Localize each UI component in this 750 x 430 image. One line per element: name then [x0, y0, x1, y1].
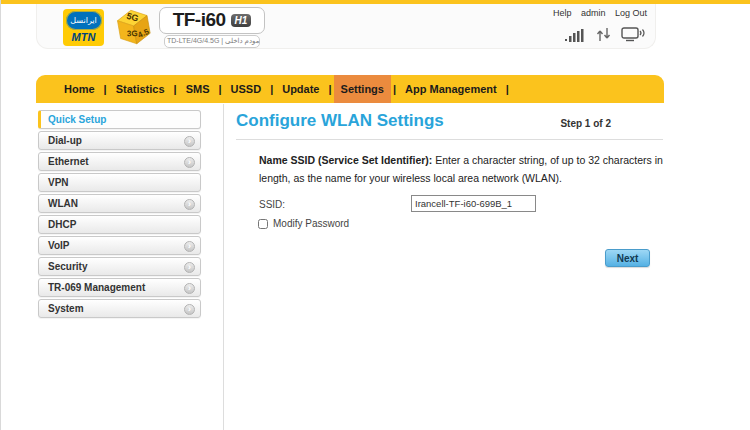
device-model-name: TF-i60 [173, 9, 226, 31]
sidebar-item-label: Security [48, 261, 87, 272]
nav-separator: | [102, 75, 109, 103]
nav: Home|Statistics|SMS|USSD|Update|Settings… [36, 75, 664, 103]
modify-password-checkbox[interactable] [258, 219, 268, 229]
sidebar-item-system[interactable]: System› [38, 299, 201, 318]
page-title: Configure WLAN Settings [236, 111, 444, 131]
connected-device-icon [621, 27, 645, 42]
ssid-label: SSID: [259, 199, 285, 210]
sidebar-item-quick-setup[interactable]: Quick Setup [38, 110, 201, 129]
sidebar-item-label: VoIP [48, 240, 69, 251]
header-links: Help admin Log Out [537, 8, 647, 18]
chevron-right-icon: › [184, 304, 195, 315]
traffic-updown-icon [596, 27, 612, 42]
nav-item-ussd[interactable]: USSD [224, 75, 269, 103]
device-hw-badge: H1 [231, 14, 252, 27]
nav-separator: | [216, 75, 223, 103]
chevron-right-icon: › [184, 283, 195, 294]
sidebar-item-label: VPN [48, 177, 69, 188]
svg-text:3G: 3G [127, 29, 138, 38]
device-model-block: TF-i60 H1 TD-LTE/4G/4.5G | مودم داخلی [159, 7, 265, 48]
signal-strength-icon [565, 28, 587, 42]
chevron-right-icon: › [184, 157, 195, 168]
sidebar-item-label: WLAN [48, 198, 78, 209]
nav-item-update[interactable]: Update [275, 75, 326, 103]
sidebar-item-dial-up[interactable]: Dial-up› [38, 131, 201, 150]
nav-item-statistics[interactable]: Statistics [109, 75, 172, 103]
mtn-wordmark: MTN [63, 30, 104, 45]
chevron-right-icon: › [184, 136, 195, 147]
sidebar-item-label: Quick Setup [48, 114, 106, 125]
sidebar-item-label: Dial-up [48, 135, 82, 146]
nav-separator: | [326, 75, 333, 103]
sidebar-item-tr-069-management[interactable]: TR-069 Management› [38, 278, 201, 297]
sidebar: Quick SetupDial-up›Ethernet›VPNWLAN›DHCP… [38, 110, 201, 320]
sidebar-item-voip[interactable]: VoIP› [38, 236, 201, 255]
nav-item-app-management[interactable]: App Management [398, 75, 504, 103]
logout-link[interactable]: Log Out [615, 8, 647, 18]
sidebar-item-ethernet[interactable]: Ethernet› [38, 152, 201, 171]
modify-password-label: Modify Password [273, 218, 349, 229]
device-subtitle: TD-LTE/4G/4.5G | مودم داخلی [164, 35, 260, 48]
chevron-right-icon: › [184, 241, 195, 252]
mtn-irancell-logo: ایرانسل MTN [63, 9, 104, 46]
help-link[interactable]: Help [553, 8, 572, 18]
title-rule [236, 139, 663, 140]
nav-item-sms[interactable]: SMS [179, 75, 217, 103]
nav-separator: | [172, 75, 179, 103]
sidebar-item-label: DHCP [48, 219, 76, 230]
ssid-description: Name SSID (Service Set Identifier): Ente… [259, 151, 679, 187]
header: ایرانسل MTN 5G 3G 4.5 TF-i60 H1 TD-LTE/4… [36, 4, 656, 49]
sidebar-item-wlan[interactable]: WLAN› [38, 194, 201, 213]
ssid-input[interactable] [411, 195, 536, 212]
nav-item-home[interactable]: Home [57, 75, 102, 103]
nav-item-settings[interactable]: Settings [334, 75, 391, 103]
nav-separator: | [504, 75, 511, 103]
chevron-right-icon: › [184, 262, 195, 273]
content-divider [223, 104, 224, 430]
sidebar-item-label: TR-069 Management [48, 282, 145, 293]
chevron-right-icon: › [184, 199, 195, 210]
irancell-persian-wordmark: ایرانسل [66, 11, 102, 30]
next-button[interactable]: Next [605, 249, 650, 267]
modify-password-row: Modify Password [258, 218, 349, 229]
sidebar-item-vpn[interactable]: VPN [38, 173, 201, 192]
admin-user-label[interactable]: admin [581, 8, 606, 18]
sidebar-item-label: Ethernet [48, 156, 89, 167]
ssid-description-bold: Name SSID (Service Set Identifier): [259, 154, 432, 166]
nav-separator: | [268, 75, 275, 103]
sidebar-item-security[interactable]: Security› [38, 257, 201, 276]
sidebar-item-dhcp[interactable]: DHCP [38, 215, 201, 234]
step-indicator: Step 1 of 2 [521, 118, 611, 129]
nav-separator: | [391, 75, 398, 103]
sidebar-item-label: System [48, 303, 84, 314]
network-cube-icon: 5G 3G 4.5 [113, 7, 155, 49]
